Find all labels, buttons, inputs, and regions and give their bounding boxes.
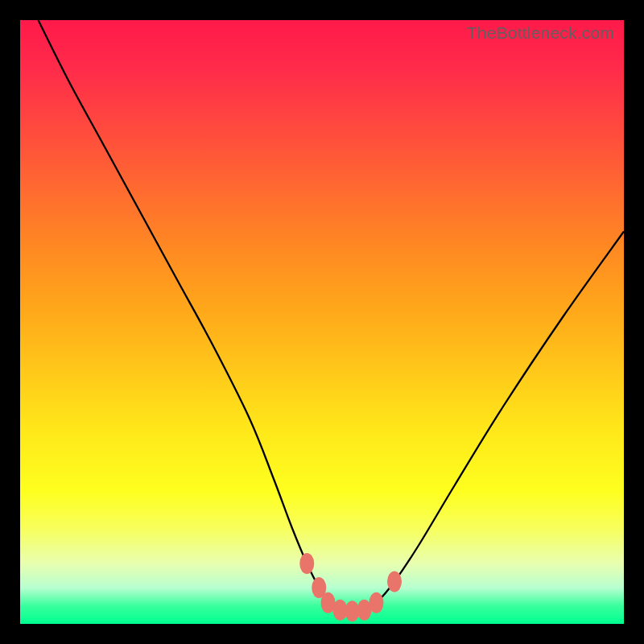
curve-marker <box>299 553 314 574</box>
curve-marker <box>369 592 384 613</box>
curve-markers <box>299 553 402 621</box>
chart-frame: TheBottleneck.com <box>0 0 644 644</box>
watermark-text: TheBottleneck.com <box>467 23 614 43</box>
curve-line <box>39 20 625 611</box>
bottleneck-curve <box>20 20 624 624</box>
curve-marker <box>387 572 402 592</box>
plot-area: TheBottleneck.com <box>20 20 624 624</box>
